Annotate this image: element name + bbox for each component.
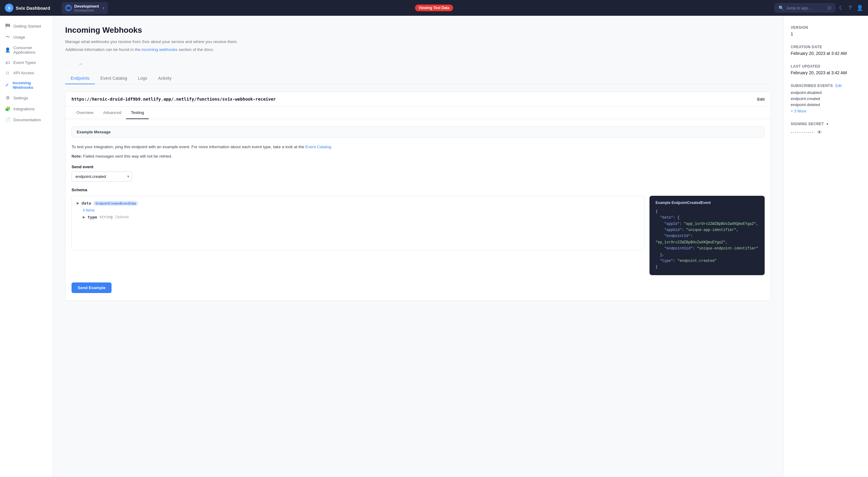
env-selector[interactable]: 🇪🇺 Development Development ▾ <box>62 2 108 14</box>
theme-toggle-icon[interactable]: ☾ <box>839 4 844 11</box>
creation-date-label: Creation Date <box>791 45 861 49</box>
version-value: 1 <box>791 32 861 36</box>
subscribed-events-edit-button[interactable]: Edit <box>835 84 842 88</box>
page-tabs: Endpoints Event Catalog Logs Activity <box>65 73 771 84</box>
tab-endpoints[interactable]: Endpoints <box>65 73 95 84</box>
schema-indent: 4 Items ▶ type string Optional <box>77 208 640 219</box>
version-label: Version <box>791 26 861 30</box>
tab-activity[interactable]: Activity <box>153 73 177 84</box>
sidebar-label-documentation: Documentation <box>13 118 41 122</box>
signing-secret-label: Signing Secret <box>791 122 824 126</box>
signing-secret-header: Signing Secret ▾ <box>791 122 861 126</box>
back-arrow[interactable]: ← <box>65 60 74 68</box>
sidebar-label-getting-started: Getting Started <box>13 24 41 29</box>
reveal-secret-icon[interactable]: 👁 <box>817 130 822 135</box>
viewing-test-badge: Viewing Test Data <box>415 4 453 11</box>
schema-items-count: 4 Items <box>83 208 640 213</box>
sidebar-item-event-types[interactable]: 🏷 Event Types <box>0 57 53 68</box>
getting-started-icon: 🏁 <box>5 23 10 29</box>
env-sub: Development <box>74 8 99 12</box>
sidebar-item-usage[interactable]: 〜 Usage <box>0 32 53 43</box>
sidebar-item-settings[interactable]: ⚙ Settings <box>0 92 53 103</box>
search-box[interactable]: 🔍 / <box>775 3 835 12</box>
search-icon: 🔍 <box>779 5 784 10</box>
app-title: Svix Dashboard <box>16 5 50 10</box>
consumer-apps-icon: 👤 <box>5 47 10 53</box>
endpoint-edit-button[interactable]: Edit <box>757 97 765 101</box>
sidebar-label-incoming-webhooks: Incoming Webhooks <box>13 81 48 90</box>
page-title: Incoming Webhooks <box>65 26 771 35</box>
signing-chevron-icon[interactable]: ▾ <box>827 122 828 126</box>
event-type-select[interactable]: endpoint.created endpoint.updated endpoi… <box>71 171 132 182</box>
schema-data-key: data <box>82 201 91 205</box>
subscribed-events-header: Subscribed events Edit <box>791 84 861 88</box>
secret-value: ··········· 👁 <box>791 129 861 135</box>
api-access-icon: ⟨⟩ <box>5 71 10 75</box>
subscribed-events-section: Subscribed events Edit endpoint.disabled… <box>791 84 861 113</box>
schema-section: ▶ data EndpointCreatedEventData 4 Items … <box>71 196 765 275</box>
env-chevron-icon: ▾ <box>103 6 104 10</box>
right-panel: Version 1 Creation Date February 20, 202… <box>783 16 868 477</box>
help-icon[interactable]: ? <box>848 5 851 11</box>
search-input[interactable] <box>786 6 825 10</box>
sidebar-label-settings: Settings <box>13 96 28 100</box>
top-nav: S Svix Dashboard 🇪🇺 Development Developm… <box>0 0 868 16</box>
sidebar: 🏁 Getting Started 〜 Usage 👤 Consumer App… <box>0 16 53 477</box>
send-event-label: Send event <box>71 164 765 169</box>
usage-icon: 〜 <box>5 34 10 40</box>
sidebar-label-usage: Usage <box>13 35 25 39</box>
content-area: Incoming Webhooks Manage what webhooks y… <box>53 16 783 477</box>
incoming-webhooks-docs-link[interactable]: incoming webhooks <box>142 47 178 52</box>
sidebar-item-consumer-applications[interactable]: 👤 Consumer Applications <box>0 43 53 57</box>
env-name: Development <box>74 4 99 8</box>
signing-secret-section: Signing Secret ▾ ··········· 👁 <box>791 122 861 135</box>
secret-dots: ··········· <box>791 129 814 135</box>
env-text: Development Development <box>74 4 99 12</box>
example-message-header: Example Message <box>71 126 765 137</box>
sidebar-item-integrations[interactable]: 🧩 Integrations <box>0 103 53 114</box>
endpoint-sub-tabs: Overview Advanced Testing <box>65 107 771 119</box>
data-row-chevron-icon[interactable]: ▶ <box>77 201 79 205</box>
subscribed-event-1: endpoint.disabled <box>791 90 861 95</box>
env-flag-icon: 🇪🇺 <box>65 4 72 11</box>
example-json-title: Example EndpointCreatedEvent <box>655 201 758 205</box>
event-select-wrapper: endpoint.created endpoint.updated endpoi… <box>71 171 132 182</box>
sidebar-label-api-access: API Access <box>13 71 34 75</box>
sidebar-item-getting-started[interactable]: 🏁 Getting Started <box>0 21 53 32</box>
example-json-panel: Example EndpointCreatedEvent { "data": {… <box>650 196 765 275</box>
nav-icons: ☾ ? 👤 <box>839 4 863 11</box>
logo: S Svix Dashboard <box>5 4 58 12</box>
sidebar-item-api-access[interactable]: ⟨⟩ API Access <box>0 68 53 78</box>
sub-tab-advanced[interactable]: Advanced <box>98 107 126 119</box>
documentation-icon: 📄 <box>5 117 10 122</box>
sub-tab-overview[interactable]: Overview <box>71 107 98 119</box>
sidebar-item-incoming-webhooks[interactable]: ✓ Incoming Webhooks <box>0 78 53 92</box>
schema-row-type: ▶ type string Optional <box>83 215 640 219</box>
user-icon[interactable]: 👤 <box>857 4 863 11</box>
schema-type-type: string <box>99 215 113 219</box>
schema-data-badge: EndpointCreatedEventData <box>93 201 138 206</box>
creation-date-section: Creation Date February 20, 2023 at 3:42 … <box>791 45 861 56</box>
logo-icon: S <box>5 4 13 12</box>
testing-panel: Example Message To test your integration… <box>65 119 771 300</box>
endpoint-header: https://heroic-druid-1df9b9.netlify.app/… <box>65 92 771 107</box>
search-shortcut: / <box>827 6 831 10</box>
nav-arrows: ← → <box>65 60 771 68</box>
sidebar-label-event-types: Event Types <box>13 60 36 65</box>
forward-arrow[interactable]: → <box>76 60 85 68</box>
send-example-button[interactable]: Send Example <box>71 282 112 293</box>
subscribed-event-2: endpoint.created <box>791 96 861 101</box>
sidebar-item-documentation[interactable]: 📄 Documentation <box>0 114 53 125</box>
last-updated-section: Last Updated February 20, 2023 at 3:42 A… <box>791 64 861 75</box>
sidebar-label-consumer-applications: Consumer Applications <box>13 45 48 55</box>
more-events-link[interactable]: + 3 More <box>791 109 861 113</box>
schema-optional: Optional <box>115 215 129 219</box>
sub-tab-testing[interactable]: Testing <box>126 107 149 119</box>
event-catalog-link[interactable]: Event Catalog <box>305 145 331 149</box>
tab-logs[interactable]: Logs <box>132 73 152 84</box>
sidebar-label-integrations: Integrations <box>13 107 35 111</box>
schema-row-data: ▶ data EndpointCreatedEventData <box>77 201 640 206</box>
type-row-chevron-icon[interactable]: ▶ <box>83 215 85 219</box>
tab-event-catalog[interactable]: Event Catalog <box>95 73 132 84</box>
json-code: { "data": { "appId": "app_1srOrx2ZWZBpBU… <box>655 209 758 270</box>
